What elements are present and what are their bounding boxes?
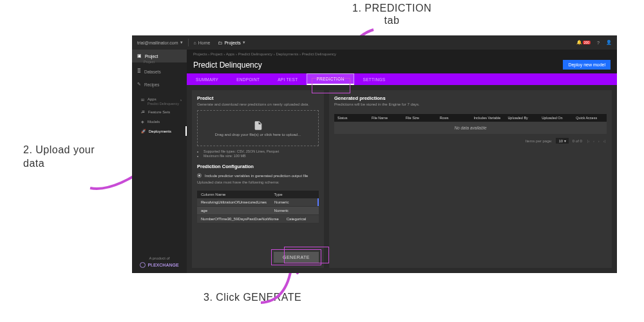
sidebar-footer: A product of PI.EXCHANGE — [132, 251, 187, 273]
profile-icon[interactable]: 👤 — [606, 40, 612, 45]
user-email[interactable]: trial@mailinator.com — [137, 41, 178, 45]
generated-heading: Generated predictions — [334, 95, 607, 101]
col-includes-var: Includes Variable — [471, 114, 505, 122]
callout-prediction-tab: 1. PREDICTION tab — [352, 2, 431, 26]
datasets-icon: ≣ — [137, 69, 141, 74]
col-uploaded-on: Uploaded On — [538, 114, 573, 122]
topbar: trial@mailinator.com ▾ ⌂ Home 🗀 Projects… — [132, 35, 617, 50]
schema-hint: Uploaded data must have the following sc… — [197, 180, 319, 184]
apps-icon: ⊞ — [141, 97, 144, 102]
generated-hint: Predictions will be stored in the Engine… — [334, 102, 607, 106]
upload-hints: Supported file types: CSV, JSON Lines, P… — [204, 149, 319, 158]
predict-heading: Predict — [197, 95, 319, 101]
pager-last-icon[interactable]: ›| — [603, 139, 605, 143]
pager-next-icon[interactable]: › — [598, 139, 600, 143]
chevron-down-icon[interactable]: ▾ — [180, 40, 183, 45]
home-icon[interactable]: ⌂ — [194, 41, 196, 45]
feature-sets-icon: ≔ — [141, 109, 145, 114]
pager: Items per page: 10 ▾ 0 of 0 |‹ ‹ › ›| — [334, 138, 607, 144]
pager-ipp-select[interactable]: 10 ▾ — [556, 138, 568, 144]
schema-table: Column Name Type RevolvingUtilizationOfU… — [197, 191, 319, 223]
col-status: Status — [334, 114, 368, 122]
file-icon — [253, 120, 263, 131]
highlight-generate — [284, 247, 329, 263]
nav-projects[interactable]: Projects — [224, 41, 240, 45]
tab-summary[interactable]: SUMMARY — [187, 73, 227, 85]
schema-col-name: Column Name — [197, 191, 270, 198]
tabs: SUMMARY ENDPOINT API TEST PREDICTION SET… — [187, 73, 617, 85]
app-window: trial@mailinator.com ▾ ⌂ Home 🗀 Projects… — [132, 35, 617, 273]
models-icon: ◈ — [141, 119, 144, 124]
generated-panel: Generated predictions Predictions will b… — [329, 90, 612, 268]
sidebar-recipes[interactable]: ✎ Recipes — [132, 78, 187, 91]
chevron-down-icon[interactable]: ▾ — [243, 40, 245, 45]
pager-ipp-label: Items per page: — [526, 139, 553, 143]
predict-panel: Predict Generate and download new predic… — [192, 90, 324, 268]
deployments-icon: 🚀 — [141, 129, 146, 133]
tab-api-test[interactable]: API TEST — [269, 73, 307, 85]
recipes-icon: ✎ — [137, 82, 141, 87]
sidebar-project-sub: Project — [132, 60, 187, 64]
main: Projects › Project › Apps › Predict Deli… — [187, 50, 617, 273]
generated-table: Status File Name File Size Rows Includes… — [334, 114, 607, 134]
sidebar-feature-sets[interactable]: ≔ Feature Sets — [132, 107, 187, 117]
no-data-row: No data available — [334, 122, 607, 134]
schema-row: ageNumeric — [197, 207, 319, 215]
deploy-new-model-button[interactable]: Deploy new model — [563, 60, 611, 70]
page-title: Predict Delinquency — [193, 61, 262, 70]
sidebar-datasets[interactable]: ≣ Datasets — [132, 65, 187, 78]
callout-click-generate: 3. Click GENERATE — [204, 292, 301, 303]
sidebar-models[interactable]: ◈ Models — [132, 117, 187, 126]
col-uploaded-by: Uploaded By — [504, 114, 538, 122]
sidebar-apps-sub: Predict Delinquency — [132, 102, 187, 106]
schema-col-type: Type — [270, 191, 319, 198]
notification-icon[interactable]: 🔔200 — [576, 40, 591, 45]
predict-hint: Generate and download new predictions on… — [197, 102, 319, 106]
pager-prev-icon[interactable]: ‹ — [593, 139, 594, 143]
config-heading: Prediction Configuration — [197, 164, 319, 169]
col-filename: File Name — [368, 114, 402, 122]
folder-icon[interactable]: 🗀 — [218, 41, 222, 45]
upload-dropzone[interactable]: Drag and drop your file(s) or click here… — [197, 110, 319, 146]
col-quick-access: Quick Access — [573, 114, 607, 122]
highlight-prediction-tab — [312, 78, 350, 93]
config-include-vars[interactable]: Include predictor variables in generated… — [197, 173, 319, 178]
breadcrumb[interactable]: Projects › Project › Apps › Predict Deli… — [187, 50, 617, 59]
sidebar-deployments[interactable]: 🚀 Deployments — [132, 126, 187, 136]
brand-icon — [140, 262, 146, 268]
tab-settings[interactable]: SETTINGS — [354, 73, 395, 85]
project-icon: ▣ — [137, 53, 142, 59]
pager-range: 0 of 0 — [573, 139, 582, 143]
schema-row: NumberOfTime30_59DaysPastDueNotWorseCate… — [197, 215, 319, 223]
sidebar: ▣ Project Project ≣ Datasets ✎ Recipes ⊞… — [132, 50, 187, 273]
tab-endpoint[interactable]: ENDPOINT — [227, 73, 269, 85]
col-rows: Rows — [437, 114, 471, 122]
radio-selected-icon — [197, 173, 202, 178]
callout-upload-data: 2. Upload your data — [23, 144, 95, 171]
help-icon[interactable]: ? — [597, 41, 600, 45]
schema-row: RevolvingUtilizationOfUnsecuredLinesNume… — [197, 198, 319, 207]
col-filesize: File Size — [402, 114, 437, 122]
brand-logo: PI.EXCHANGE — [137, 262, 182, 268]
chevron-right-icon: › — [180, 98, 182, 102]
nav-home[interactable]: Home — [198, 41, 211, 45]
pager-first-icon[interactable]: |‹ — [587, 139, 590, 143]
